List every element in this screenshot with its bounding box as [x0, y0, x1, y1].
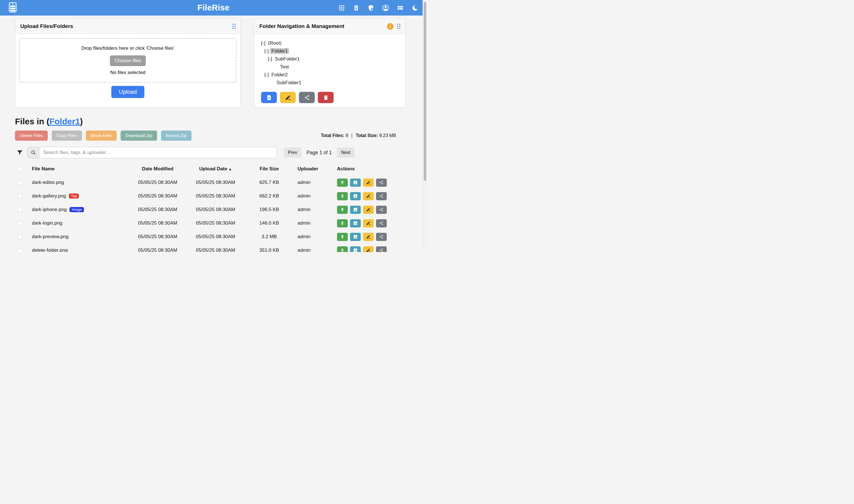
drag-handle-icon[interactable]	[232, 23, 236, 30]
row-actions	[337, 219, 396, 228]
image-icon	[353, 180, 358, 185]
folder-tree-item[interactable]: [-] Folder1	[261, 47, 401, 55]
prev-page-button[interactable]: Prev	[284, 147, 302, 158]
info-icon[interactable]: i	[387, 23, 394, 30]
download-zip-button[interactable]: Download Zip	[121, 130, 157, 141]
download-file-button[interactable]	[337, 233, 348, 241]
current-folder-link[interactable]: Folder1	[50, 117, 80, 126]
row-actions	[337, 246, 396, 252]
rename-file-button[interactable]	[363, 179, 374, 187]
tree-collapse-toggle[interactable]: [-]	[265, 72, 270, 77]
file-name[interactable]: dark-login.png	[32, 220, 62, 226]
share-file-button[interactable]	[376, 233, 387, 241]
copy-files-button[interactable]: Copy Files	[52, 130, 82, 141]
scrollbar[interactable]	[423, 0, 427, 252]
delete-files-button[interactable]: Delete Files	[15, 130, 48, 141]
create-folder-button[interactable]	[261, 92, 277, 103]
column-file-name[interactable]: File Name	[32, 166, 125, 172]
table-row: dark-iphone.pngImage05/05/25 08:30AM05/0…	[15, 203, 396, 216]
share-file-button[interactable]	[376, 219, 387, 228]
share-file-button[interactable]	[376, 192, 387, 200]
preview-image-button[interactable]	[350, 246, 361, 252]
app-logo-button[interactable]	[6, 1, 19, 14]
share-icon	[379, 194, 384, 198]
folder-tree-item[interactable]: Test	[261, 63, 401, 71]
folder-label[interactable]: SubFolder1	[275, 80, 303, 86]
upload-date: 05/05/25 08:30AM	[190, 248, 241, 252]
restore-trash-icon[interactable]	[353, 4, 360, 11]
folder-tree-item[interactable]: [-] SubFolder1	[261, 55, 401, 63]
select-all-checkbox[interactable]	[18, 167, 22, 172]
upload-dropzone[interactable]: Drop files/folders here or click 'Choose…	[19, 38, 236, 83]
folder-tree-item[interactable]: [-] Folder2	[261, 71, 401, 79]
rename-folder-button[interactable]	[280, 92, 296, 103]
preview-image-button[interactable]	[350, 219, 361, 228]
preview-image-button[interactable]	[350, 233, 361, 241]
uploader: admin	[297, 220, 337, 226]
row-checkbox[interactable]	[18, 221, 22, 226]
share-folder-button[interactable]	[299, 92, 315, 103]
uploader: admin	[297, 180, 337, 185]
folder-tree-item[interactable]: [-] (Root)	[261, 39, 401, 47]
upload-button[interactable]: Upload	[111, 86, 144, 98]
date-modified: 05/05/25 08:30AM	[125, 207, 190, 213]
row-checkbox[interactable]	[18, 248, 22, 252]
download-file-button[interactable]	[337, 219, 348, 228]
file-name[interactable]: delete-folder.png	[32, 248, 68, 252]
choose-files-button[interactable]: Choose files	[110, 55, 146, 66]
next-page-button[interactable]: Next	[337, 147, 355, 158]
preview-image-button[interactable]	[350, 179, 361, 187]
delete-folder-button[interactable]	[318, 92, 334, 103]
rename-file-button[interactable]	[363, 233, 374, 241]
tree-collapse-toggle[interactable]: [-]	[265, 48, 270, 54]
column-file-size[interactable]: File Size	[241, 166, 297, 172]
file-name[interactable]: dark-gallery.png	[32, 193, 66, 199]
logout-icon[interactable]	[338, 4, 345, 11]
share-file-button[interactable]	[376, 246, 387, 252]
download-file-button[interactable]	[337, 179, 348, 187]
drag-handle-icon[interactable]	[396, 23, 401, 30]
rename-file-button[interactable]	[363, 206, 374, 214]
account-icon[interactable]	[382, 4, 389, 11]
admin-shield-icon[interactable]	[367, 4, 374, 11]
filter-icon[interactable]	[17, 149, 23, 156]
move-files-button[interactable]: Move Files	[86, 130, 117, 141]
dark-mode-icon[interactable]	[412, 4, 418, 11]
tree-collapse-toggle[interactable]: [-]	[261, 40, 267, 46]
preview-image-button[interactable]	[350, 192, 361, 200]
preview-image-button[interactable]	[350, 206, 361, 214]
download-file-button[interactable]	[337, 192, 348, 200]
row-checkbox[interactable]	[18, 235, 22, 239]
row-checkbox[interactable]	[18, 208, 22, 212]
download-file-button[interactable]	[337, 206, 348, 214]
folder-label[interactable]: SubFolder1	[273, 56, 301, 62]
row-checkbox[interactable]	[18, 194, 22, 199]
grid-view-icon[interactable]	[397, 4, 404, 11]
rename-file-button[interactable]	[363, 219, 374, 228]
folder-label[interactable]: (Root)	[267, 40, 283, 46]
tree-collapse-toggle[interactable]: [-]	[268, 56, 273, 61]
folder-tree-item[interactable]: SubFolder1	[261, 79, 401, 87]
scrollbar-thumb[interactable]	[424, 2, 426, 181]
rename-file-button[interactable]	[363, 192, 374, 200]
folder-label[interactable]: Test	[278, 64, 290, 70]
column-date-modified[interactable]: Date Modified	[125, 166, 190, 172]
folder-card-body: [-] (Root)[-] Folder1[-] SubFolder1Test[…	[254, 34, 405, 107]
download-file-button[interactable]	[337, 246, 348, 252]
column-uploader[interactable]: Uploader	[297, 166, 337, 172]
extract-zip-button[interactable]: Extract Zip	[161, 130, 192, 141]
file-name[interactable]: dark-editor.png	[32, 180, 64, 185]
folder-label[interactable]: Folder1	[270, 48, 289, 54]
table-body: dark-editor.png05/05/25 08:30AM05/05/25 …	[15, 176, 396, 252]
row-checkbox[interactable]	[18, 181, 22, 185]
column-upload-date[interactable]: Upload Date▲	[190, 166, 241, 172]
search-input[interactable]	[39, 147, 276, 158]
download-icon	[340, 180, 345, 185]
file-name[interactable]: dark-iphone.png	[32, 207, 67, 213]
folder-label[interactable]: Folder2	[270, 72, 289, 78]
share-file-button[interactable]	[376, 206, 387, 214]
rename-file-button[interactable]	[363, 246, 374, 252]
search-group	[27, 147, 276, 158]
file-name[interactable]: dark-preview.png	[32, 234, 68, 239]
share-file-button[interactable]	[376, 179, 387, 187]
